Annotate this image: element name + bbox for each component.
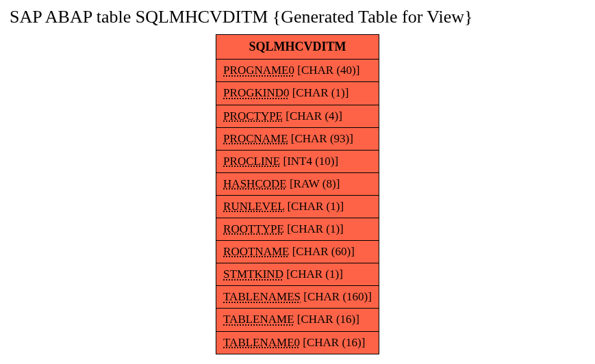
table-row: STMTKIND [CHAR (1)] bbox=[216, 263, 379, 286]
field-name: STMTKIND bbox=[223, 268, 283, 281]
field-name: TABLENAMES bbox=[223, 290, 301, 303]
field-name: PROGKIND0 bbox=[223, 86, 289, 99]
table-row: ROOTNAME [CHAR (60)] bbox=[216, 241, 379, 263]
field-type: [CHAR (1)] bbox=[284, 200, 344, 213]
field-name: PROCTYPE bbox=[223, 109, 283, 122]
field-type: [CHAR (160)] bbox=[301, 290, 372, 303]
field-name: PROCNAME bbox=[223, 132, 288, 145]
table-cell: ROOTNAME [CHAR (60)] bbox=[216, 241, 379, 263]
field-type: [CHAR (4)] bbox=[283, 109, 342, 122]
table-cell: TABLENAME0 [CHAR (16)] bbox=[216, 331, 379, 354]
field-type: [CHAR (16)] bbox=[294, 313, 359, 326]
table-row: TABLENAME0 [CHAR (16)] bbox=[216, 331, 379, 354]
field-type: [RAW (8)] bbox=[287, 177, 340, 190]
field-type: [INT4 (10)] bbox=[280, 155, 338, 168]
table-row: ROOTTYPE [CHAR (1)] bbox=[216, 218, 379, 241]
table-cell: TABLENAMES [CHAR (160)] bbox=[216, 286, 379, 309]
field-type: [CHAR (1)] bbox=[289, 86, 349, 99]
table-row: PROGNAME0 [CHAR (40)] bbox=[216, 60, 379, 82]
table-cell: TABLENAME [CHAR (16)] bbox=[216, 309, 379, 331]
table-cell: PROGNAME0 [CHAR (40)] bbox=[216, 60, 379, 82]
field-name: TABLENAME bbox=[223, 313, 294, 326]
field-name: HASHCODE bbox=[223, 177, 287, 190]
table-cell: HASHCODE [RAW (8)] bbox=[216, 172, 379, 195]
table-body: PROGNAME0 [CHAR (40)]PROGKIND0 [CHAR (1)… bbox=[216, 60, 379, 354]
table-row: PROCNAME [CHAR (93)] bbox=[216, 127, 379, 150]
table-row: HASHCODE [RAW (8)] bbox=[216, 172, 379, 195]
field-name: ROOTNAME bbox=[223, 245, 289, 258]
table-cell: PROCLINE [INT4 (10)] bbox=[216, 150, 379, 172]
table-row: TABLENAME [CHAR (16)] bbox=[216, 309, 379, 331]
field-type: [CHAR (40)] bbox=[294, 64, 359, 77]
page-title: SAP ABAP table SQLMHCVDITM {Generated Ta… bbox=[0, 0, 595, 34]
table-cell: STMTKIND [CHAR (1)] bbox=[216, 263, 379, 286]
field-name: PROCLINE bbox=[223, 155, 280, 168]
table-cell: RUNLEVEL [CHAR (1)] bbox=[216, 195, 379, 218]
table-cell: PROGKIND0 [CHAR (1)] bbox=[216, 82, 379, 105]
table-row: RUNLEVEL [CHAR (1)] bbox=[216, 195, 379, 218]
table-row: PROGKIND0 [CHAR (1)] bbox=[216, 82, 379, 105]
field-name: RUNLEVEL bbox=[223, 200, 284, 213]
sql-table: SQLMHCVDITM PROGNAME0 [CHAR (40)]PROGKIN… bbox=[216, 34, 379, 354]
table-row: PROCTYPE [CHAR (4)] bbox=[216, 105, 379, 127]
field-type: [CHAR (93)] bbox=[288, 132, 353, 145]
field-type: [CHAR (1)] bbox=[283, 268, 343, 281]
table-header: SQLMHCVDITM bbox=[216, 35, 379, 60]
field-name: TABLENAME0 bbox=[223, 336, 300, 349]
field-type: [CHAR (1)] bbox=[284, 222, 344, 235]
field-name: PROGNAME0 bbox=[223, 64, 294, 77]
field-type: [CHAR (16)] bbox=[300, 336, 365, 349]
table-row: PROCLINE [INT4 (10)] bbox=[216, 150, 379, 172]
table-cell: ROOTTYPE [CHAR (1)] bbox=[216, 218, 379, 241]
field-name: ROOTTYPE bbox=[223, 222, 284, 235]
field-type: [CHAR (60)] bbox=[289, 245, 354, 258]
table-row: TABLENAMES [CHAR (160)] bbox=[216, 286, 379, 309]
table-container: SQLMHCVDITM PROGNAME0 [CHAR (40)]PROGKIN… bbox=[0, 34, 595, 354]
table-cell: PROCNAME [CHAR (93)] bbox=[216, 127, 379, 150]
table-cell: PROCTYPE [CHAR (4)] bbox=[216, 105, 379, 127]
